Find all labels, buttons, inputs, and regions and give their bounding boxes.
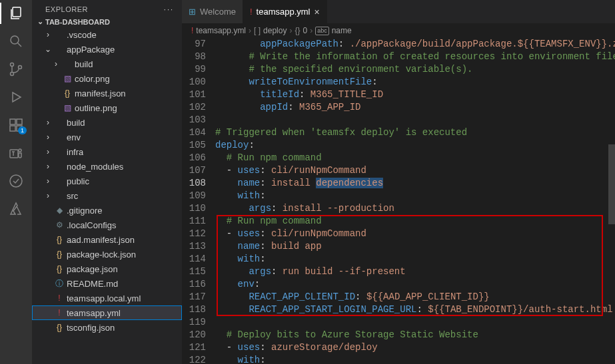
tree-item-label: node_modules xyxy=(67,162,123,172)
teams-icon[interactable] xyxy=(8,145,24,161)
code-editor[interactable]: 9798991001011021031041051061071081091101… xyxy=(182,38,615,364)
code-line[interactable]: env: xyxy=(215,278,615,291)
svg-rect-0 xyxy=(13,7,21,17)
tab-teamsapp-yml[interactable]: !teamsapp.yml× xyxy=(243,0,327,23)
chevron-icon: › xyxy=(43,30,53,39)
code-line[interactable]: # Write the information of created resou… xyxy=(215,51,615,63)
code-line[interactable]: deploy: xyxy=(215,139,615,152)
tree-item-label: tsconfig.json xyxy=(67,323,115,333)
code-line[interactable]: # Run npm command xyxy=(215,215,615,228)
tree-item-apppackage[interactable]: ⌄appPackage xyxy=(32,42,182,57)
file-icon: {} xyxy=(53,250,65,259)
breadcrumb-file: teamsapp.yml xyxy=(196,26,246,35)
extensions-icon[interactable]: 1 xyxy=(8,117,24,133)
close-icon[interactable]: × xyxy=(314,7,320,17)
tree-item-public[interactable]: ›public xyxy=(32,174,182,188)
tree-item-label: .vscode xyxy=(67,30,97,40)
code-line[interactable]: appId: M365_APP_ID xyxy=(215,101,615,114)
file-icon: {} xyxy=(53,323,65,332)
code-line[interactable] xyxy=(215,114,615,126)
tree-item-build[interactable]: ›build xyxy=(32,115,182,130)
azure-icon[interactable] xyxy=(8,201,24,217)
extensions-badge: 1 xyxy=(18,126,27,134)
code-line[interactable]: args: install --production xyxy=(215,202,615,215)
chevron-icon: › xyxy=(43,147,53,156)
tree-item-build[interactable]: ›build xyxy=(32,57,182,71)
code-line[interactable]: - uses: cli/runNpmCommand xyxy=(215,164,615,177)
editor-area: ⊞Welcome!teamsapp.yml× ! teamsapp.yml ›[… xyxy=(182,0,615,364)
code-content[interactable]: appPackagePath: ./appPackage/build/appPa… xyxy=(215,38,615,364)
code-line[interactable]: # Triggered when 'teamsfx deploy' is exe… xyxy=(215,126,615,139)
tree-item-env[interactable]: ›env xyxy=(32,130,182,144)
breadcrumb-part: 0 xyxy=(303,26,307,35)
code-line[interactable]: # Run npm command xyxy=(215,152,615,164)
testing-icon[interactable] xyxy=(8,173,24,189)
file-icon: {} xyxy=(61,89,73,98)
file-icon: ▧ xyxy=(61,103,73,112)
tree-item--localconfigs[interactable]: ⚙.localConfigs xyxy=(32,218,182,232)
sidebar-more-icon[interactable]: ··· xyxy=(164,5,174,13)
code-line[interactable]: - uses: azureStorage/deploy xyxy=(215,341,615,354)
code-line[interactable]: appPackagePath: ./appPackage/build/appPa… xyxy=(215,38,615,51)
svg-rect-9 xyxy=(10,150,18,158)
chevron-icon: › xyxy=(43,191,53,200)
file-icon: ◆ xyxy=(53,206,65,215)
tree-item-label: README.md xyxy=(67,279,118,289)
tab-welcome[interactable]: ⊞Welcome xyxy=(182,0,243,23)
tree-item-teamsapp-local-yml[interactable]: !teamsapp.local.yml xyxy=(32,291,182,305)
tree-item-readme-md[interactable]: ⓘREADME.md xyxy=(32,276,182,291)
file-icon: ! xyxy=(53,293,65,303)
explorer-icon[interactable] xyxy=(8,5,24,21)
sidebar: EXPLORER ··· ⌄ TAB-DASHBOARD ›.vscode⌄ap… xyxy=(32,0,182,364)
code-line[interactable]: name: build app xyxy=(215,240,615,253)
code-line[interactable]: args: run build --if-present xyxy=(215,266,615,278)
tree-item--vscode[interactable]: ›.vscode xyxy=(32,27,182,42)
svg-point-11 xyxy=(10,175,22,187)
code-line[interactable]: writeToEnvironmentFile: xyxy=(215,76,615,89)
code-line[interactable]: with: xyxy=(215,190,615,202)
file-tree: ›.vscode⌄appPackage›build▧color.png{}man… xyxy=(32,27,182,364)
sidebar-section-label: TAB-DASHBOARD xyxy=(45,18,110,26)
svg-point-1 xyxy=(11,36,19,44)
tree-item-label: teamsapp.yml xyxy=(67,308,121,318)
tree-item-src[interactable]: ›src xyxy=(32,188,182,203)
activity-bar: 1 xyxy=(0,0,32,364)
tree-item-teamsapp-yml[interactable]: !teamsapp.yml xyxy=(32,305,182,320)
search-icon[interactable] xyxy=(8,33,24,49)
tree-item-package-lock-json[interactable]: {}package-lock.json xyxy=(32,247,182,262)
tree-item-color-png[interactable]: ▧color.png xyxy=(32,71,182,86)
scrollbar-vertical[interactable] xyxy=(606,38,615,364)
tree-item-infra[interactable]: ›infra xyxy=(32,144,182,159)
breadcrumbs[interactable]: ! teamsapp.yml ›[ ] deploy ›{} 0 ›abc na… xyxy=(182,23,615,38)
tree-item-node-modules[interactable]: ›node_modules xyxy=(32,159,182,174)
tree-item-aad-manifest-json[interactable]: {}aad.manifest.json xyxy=(32,232,182,247)
tab-icon: ! xyxy=(250,7,253,17)
tree-item-outline-png[interactable]: ▧outline.png xyxy=(32,100,182,115)
chevron-icon: › xyxy=(51,59,61,69)
code-line[interactable]: titleId: M365_TITLE_ID xyxy=(215,89,615,101)
tree-item-manifest-json[interactable]: {}manifest.json xyxy=(32,86,182,100)
code-line[interactable]: - uses: cli/runNpmCommand xyxy=(215,228,615,240)
tab-label: Welcome xyxy=(200,7,236,17)
code-line[interactable]: # the specified environment variable(s). xyxy=(215,63,615,76)
tree-item-label: .gitignore xyxy=(67,206,102,216)
code-line[interactable]: with: xyxy=(215,253,615,266)
code-line[interactable]: with: xyxy=(215,354,615,364)
svg-rect-6 xyxy=(10,126,15,131)
code-line[interactable]: REACT_APP_CLIENT_ID: ${{AAD_APP_CLIENT_I… xyxy=(215,291,615,303)
tree-item--gitignore[interactable]: ◆.gitignore xyxy=(32,203,182,218)
svg-rect-5 xyxy=(10,119,15,124)
source-control-icon[interactable] xyxy=(8,61,24,77)
svg-point-4 xyxy=(19,66,22,69)
code-line[interactable]: # Deploy bits to Azure Storage Static We… xyxy=(215,329,615,341)
code-line[interactable]: name: install dependencies xyxy=(215,177,615,190)
sidebar-section-header[interactable]: ⌄ TAB-DASHBOARD xyxy=(32,16,182,27)
run-debug-icon[interactable] xyxy=(8,89,24,105)
file-icon: ▧ xyxy=(61,74,73,83)
file-icon: {} xyxy=(53,264,65,273)
tree-item-package-json[interactable]: {}package.json xyxy=(32,262,182,276)
code-line[interactable]: REACT_APP_START_LOGIN_PAGE_URL: ${{TAB_E… xyxy=(215,303,615,316)
tree-item-tsconfig-json[interactable]: {}tsconfig.json xyxy=(32,320,182,335)
code-line[interactable] xyxy=(215,316,615,329)
file-icon: {} xyxy=(53,235,65,244)
